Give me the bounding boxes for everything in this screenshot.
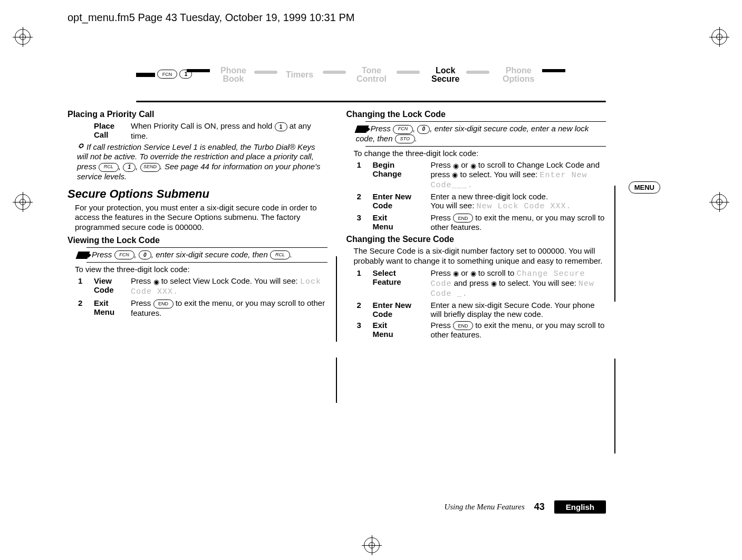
zero-key-icon: 0 — [139, 250, 151, 259]
step-number: 3 — [346, 213, 373, 222]
nav-down-icon: ◉ — [470, 269, 476, 277]
fcn-key-icon: FCN — [114, 250, 134, 259]
nav-up-icon: ◉ — [453, 269, 459, 277]
menu-badge: MENU — [629, 181, 660, 194]
fcn-key-icon: FCN — [157, 70, 177, 79]
step-exit-body: Press END to exit the menu, or you may s… — [131, 298, 327, 317]
place-call-body: When Priority Call is ON, press and hold… — [131, 121, 327, 140]
end-key-icon: END — [453, 214, 473, 223]
heading-secure-submenu: Secure Options Submenu — [68, 187, 327, 201]
column-rule-icon — [336, 256, 337, 342]
crumb-tone-control: Tone — [356, 66, 387, 75]
running-header: opt_menu.fm5 Page 43 Tuesday, October 19… — [68, 12, 354, 24]
step-exit-body: Press END to exit the menu, or you may s… — [431, 321, 606, 340]
column-rule-icon — [614, 359, 615, 453]
view-lock-intro: To view the three-digit lock code: — [68, 265, 327, 275]
lcd-text: New Lock Code XXX. — [477, 202, 572, 211]
nav-key-icon: ◉ — [491, 279, 497, 287]
tip-change-lock: Press FCN, 0, enter six-digit secure cod… — [346, 124, 606, 144]
registration-mark-icon — [711, 194, 727, 210]
step-number: 3 — [346, 321, 373, 330]
step-number: 2 — [68, 298, 94, 307]
breadcrumb: FCN 1 PhoneBook Timers ToneControl LockS… — [68, 63, 606, 102]
note-restriction: ✪If call restriction Service Level 1 is … — [68, 142, 327, 182]
end-key-icon: END — [453, 321, 473, 330]
crumb-lock-secure: Lock — [431, 66, 459, 75]
fcn-key-icon: FCN — [393, 125, 413, 134]
nav-key-icon: ◉ — [153, 278, 159, 286]
rcl-key-icon: RCL — [270, 250, 290, 259]
registration-mark-icon — [364, 537, 380, 553]
step-label-view: View — [94, 276, 112, 285]
step-enter-secure-body: Enter a new six-digit Secure Code. Your … — [431, 301, 606, 318]
step-view-body: Press ◉ to select View Lock Code. You wi… — [131, 276, 327, 296]
registration-mark-icon — [15, 194, 31, 210]
heading-change-lock: Changing the Lock Code — [346, 110, 606, 119]
shortcut-icon — [354, 125, 369, 133]
step-exit-body: Press END to exit the menu, or you may s… — [431, 213, 606, 232]
one-key-icon: 1 — [123, 163, 136, 172]
nav-up-icon: ◉ — [453, 162, 459, 170]
step-label-begin: Begin — [373, 160, 395, 169]
step-enter-body: Enter a new three-digit lock code. You w… — [431, 192, 606, 211]
end-key-icon: END — [153, 300, 174, 308]
shortcut-icon — [75, 252, 90, 259]
tip-view-lock: Press FCN, 0, enter six-digit secure cod… — [68, 250, 327, 260]
step-label-exit: Exit — [94, 298, 109, 307]
one-key-icon: 1 — [275, 122, 287, 131]
sto-key-icon: STO — [395, 134, 415, 143]
footer-section-title: Using the Menu Features — [444, 503, 524, 511]
step-number: 1 — [346, 268, 373, 277]
step-number: 1 — [68, 276, 94, 285]
step-number: 1 — [346, 160, 373, 169]
heading-priority-call: Placing a Priority Call — [68, 110, 327, 119]
note-bullet-icon: ✪ — [77, 142, 84, 150]
column-rule-icon — [614, 186, 615, 302]
crumb-timers: Timers — [286, 71, 313, 79]
secure-intro-paragraph: For your protection, you must enter a si… — [68, 203, 327, 233]
step-label-exit: Exit — [373, 321, 388, 330]
step-label-enter-new: Enter New — [373, 301, 411, 310]
heading-change-secure: Changing the Secure Code — [346, 235, 606, 244]
column-rule-icon — [336, 358, 337, 403]
zero-key-icon: 0 — [417, 125, 430, 134]
change-secure-paragraph: The Secure Code is a six-digit number fa… — [346, 246, 606, 266]
nav-key-icon: ◉ — [452, 171, 458, 179]
change-lock-intro: To change the three-digit lock code: — [346, 149, 606, 159]
step-begin-body: Press ◉ or ◉ to scroll to Change Lock Co… — [431, 160, 606, 190]
send-key-icon: SEND — [140, 163, 160, 172]
side-tab-menu: MENU — [629, 181, 660, 194]
step-select-body: Press ◉ or ◉ to scroll to Change Secure … — [431, 268, 606, 298]
step-label-enter-new: Enter New — [373, 192, 411, 201]
step-number: 2 — [346, 192, 373, 201]
page-number: 43 — [534, 501, 545, 513]
registration-mark-icon — [711, 29, 727, 45]
rcl-key-icon: RCL — [99, 163, 119, 172]
step-label-select: Select — [373, 268, 396, 277]
crumb-phone-book: Phone — [220, 66, 246, 75]
language-badge: English — [554, 500, 606, 514]
label-call: Call — [94, 130, 109, 139]
breadcrumb-lead-icon — [136, 73, 155, 77]
nav-down-icon: ◉ — [470, 162, 476, 170]
crumb-phone-options: Phone — [503, 66, 534, 75]
step-number: 2 — [346, 301, 373, 310]
label-place: Place — [94, 121, 114, 130]
registration-mark-icon — [15, 29, 31, 45]
step-label-exit: Exit — [373, 213, 388, 222]
heading-view-lock: Viewing the Lock Code — [68, 236, 327, 245]
